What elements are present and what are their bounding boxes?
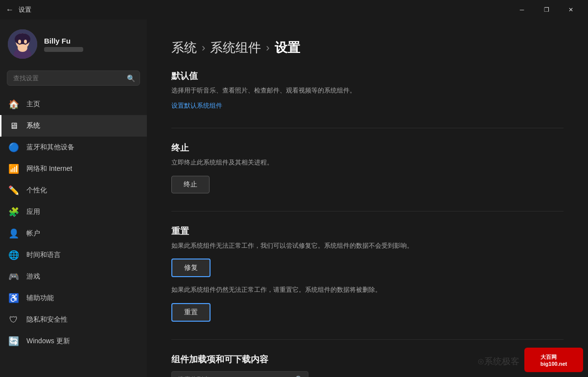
addons-search-box: 🔍 bbox=[171, 371, 308, 377]
addons-title: 组件加载项和可下载内容 bbox=[171, 353, 564, 365]
sidebar-item-system[interactable]: 🖥 系统 bbox=[0, 115, 147, 137]
defaults-title: 默认值 bbox=[171, 70, 564, 82]
main-content: 系统 › 系统组件 › 设置 默认值 选择用于听音乐、查看照片、检查邮件、观看视… bbox=[147, 20, 588, 377]
user-name: Billy Fu bbox=[44, 37, 83, 45]
svg-point-2 bbox=[15, 33, 30, 45]
repair-button[interactable]: 修复 bbox=[171, 259, 211, 277]
sidebar-item-label: Windows 更新 bbox=[26, 337, 139, 346]
terminate-desc: 立即终止此系统组件及其相关进程。 bbox=[171, 158, 564, 168]
user-subtitle bbox=[44, 47, 83, 52]
breadcrumb: 系统 › 系统组件 › 设置 bbox=[171, 39, 564, 56]
restore-button[interactable]: ❐ bbox=[535, 2, 558, 18]
breadcrumb-components: 系统组件 bbox=[210, 39, 261, 56]
search-box: 🔍 bbox=[7, 71, 140, 86]
titlebar-controls: ─ ❐ ✕ bbox=[511, 2, 582, 18]
titlebar: ← 设置 ─ ❐ ✕ bbox=[0, 0, 588, 20]
sidebar-item-bluetooth[interactable]: 🔵 蓝牙和其他设备 bbox=[0, 137, 147, 158]
sidebar-item-label: 主页 bbox=[26, 100, 139, 109]
home-icon: 🏠 bbox=[8, 98, 20, 110]
sidebar-item-network[interactable]: 📶 网络和 Internet bbox=[0, 158, 147, 180]
sidebar-item-accounts[interactable]: 👤 帐户 bbox=[0, 223, 147, 244]
sidebar-item-label: 系统 bbox=[26, 121, 139, 130]
addons-section: 组件加载项和可下载内容 🔍 管理员创建 来自此应用程序 排名：列出 bbox=[171, 353, 564, 377]
logo-badge: 大百网big100.net bbox=[524, 348, 583, 372]
sidebar-item-home[interactable]: 🏠 主页 bbox=[0, 94, 147, 115]
bluetooth-icon: 🔵 bbox=[8, 141, 20, 153]
sidebar-item-personalization[interactable]: ✏️ 个性化 bbox=[0, 180, 147, 201]
svg-point-3 bbox=[18, 40, 21, 44]
time-icon: 🌐 bbox=[8, 249, 20, 261]
sidebar-item-label: 蓝牙和其他设备 bbox=[26, 143, 139, 152]
defaults-desc: 选择用于听音乐、查看照片、检查邮件、观看视频等的系统组件。 bbox=[171, 86, 564, 96]
search-icon: 🔍 bbox=[127, 74, 135, 82]
sidebar-item-label: 游戏 bbox=[26, 272, 139, 281]
sidebar-item-label: 应用 bbox=[26, 208, 139, 216]
reset-section: 重置 如果此系统组件无法正常工作，我们可以尝试修复它。系统组件的数据不会受到影响… bbox=[171, 225, 564, 322]
privacy-icon: 🛡 bbox=[8, 314, 20, 326]
system-icon: 🖥 bbox=[8, 120, 20, 132]
sidebar-item-accessibility[interactable]: ♿ 辅助功能 bbox=[0, 287, 147, 309]
breadcrumb-sep-1: › bbox=[202, 42, 205, 54]
titlebar-left: ← 设置 bbox=[6, 5, 31, 14]
app-body: Billy Fu 🔍 🏠 主页 🖥 系统 🔵 蓝牙和其他设备 bbox=[0, 20, 588, 377]
sidebar-item-label: 网络和 Internet bbox=[26, 165, 139, 173]
divider-1 bbox=[171, 128, 564, 128]
addons-search-input[interactable] bbox=[171, 371, 308, 377]
nav-list: 🏠 主页 🖥 系统 🔵 蓝牙和其他设备 📶 网络和 Internet ✏️ 个性… bbox=[0, 94, 147, 352]
divider-2 bbox=[171, 211, 564, 212]
network-icon: 📶 bbox=[8, 163, 20, 175]
terminate-section: 终止 立即终止此系统组件及其相关进程。 终止 bbox=[171, 142, 564, 193]
svg-point-6 bbox=[18, 44, 27, 52]
sidebar-item-label: 隐私和安全性 bbox=[26, 315, 139, 324]
breadcrumb-system: 系统 bbox=[171, 39, 197, 56]
terminate-button[interactable]: 终止 bbox=[171, 176, 210, 193]
defaults-link[interactable]: 设置默认系统组件 bbox=[171, 102, 222, 109]
personalization-icon: ✏️ bbox=[8, 185, 20, 196]
user-profile[interactable]: Billy Fu bbox=[0, 20, 147, 67]
reset-button[interactable]: 重置 bbox=[171, 303, 211, 322]
titlebar-title: 设置 bbox=[19, 5, 31, 14]
sidebar-item-label: 帐户 bbox=[26, 229, 139, 238]
windows-update-icon: 🔄 bbox=[8, 335, 20, 347]
logo-text: 大百网big100.net bbox=[541, 353, 567, 367]
reset-title: 重置 bbox=[171, 225, 564, 237]
avatar bbox=[8, 29, 37, 59]
sidebar-item-windows-update[interactable]: 🔄 Windows 更新 bbox=[0, 330, 147, 352]
terminate-title: 终止 bbox=[171, 142, 564, 154]
sidebar-item-label: 时间和语言 bbox=[26, 251, 139, 259]
defaults-section: 默认值 选择用于听音乐、查看照片、检查邮件、观看视频等的系统组件。 设置默认系统… bbox=[171, 70, 564, 110]
apps-icon: 🧩 bbox=[8, 206, 20, 218]
search-input[interactable] bbox=[7, 71, 140, 86]
sidebar-item-privacy[interactable]: 🛡 隐私和安全性 bbox=[0, 309, 147, 330]
sidebar-item-label: 辅助功能 bbox=[26, 294, 139, 303]
accessibility-icon: ♿ bbox=[8, 292, 20, 304]
sidebar-item-apps[interactable]: 🧩 应用 bbox=[0, 201, 147, 223]
svg-point-4 bbox=[24, 40, 27, 44]
sidebar-item-label: 个性化 bbox=[26, 186, 139, 195]
gaming-icon: 🎮 bbox=[8, 271, 20, 283]
breadcrumb-current: 设置 bbox=[275, 39, 300, 56]
reset-desc2: 如果此系统组件仍然无法正常工作，请重置它。系统组件的数据将被删除。 bbox=[171, 285, 564, 295]
sidebar: Billy Fu 🔍 🏠 主页 🖥 系统 🔵 蓝牙和其他设备 bbox=[0, 20, 147, 377]
sidebar-item-time[interactable]: 🌐 时间和语言 bbox=[0, 244, 147, 266]
close-button[interactable]: ✕ bbox=[560, 2, 582, 18]
back-button[interactable]: ← bbox=[6, 5, 14, 14]
sidebar-item-gaming[interactable]: 🎮 游戏 bbox=[0, 266, 147, 287]
breadcrumb-sep-2: › bbox=[266, 42, 269, 54]
divider-3 bbox=[171, 339, 564, 340]
user-info: Billy Fu bbox=[44, 37, 83, 52]
reset-desc1: 如果此系统组件无法正常工作，我们可以尝试修复它。系统组件的数据不会受到影响。 bbox=[171, 241, 564, 251]
minimize-button[interactable]: ─ bbox=[511, 2, 533, 18]
accounts-icon: 👤 bbox=[8, 228, 20, 239]
